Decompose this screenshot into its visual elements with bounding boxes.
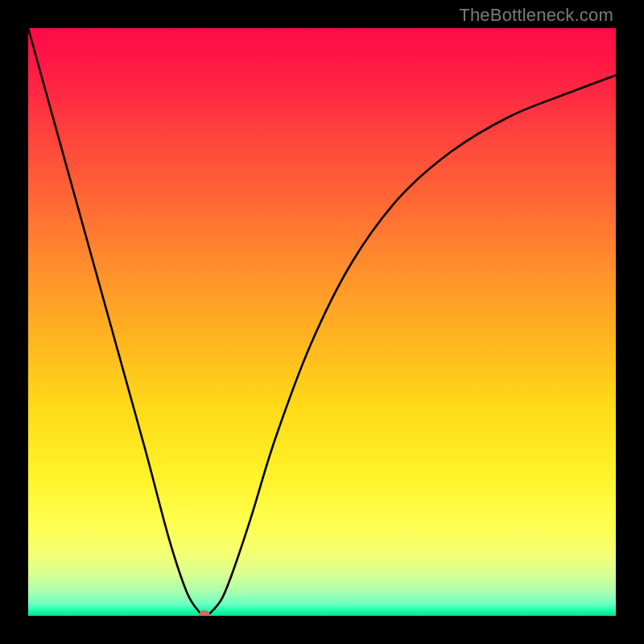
minimum-marker bbox=[199, 610, 210, 616]
curve-layer bbox=[28, 28, 616, 616]
plot-area bbox=[28, 28, 616, 616]
bottleneck-curve bbox=[28, 28, 616, 616]
chart-frame: TheBottleneck.com bbox=[0, 0, 644, 644]
watermark-text: TheBottleneck.com bbox=[459, 5, 613, 26]
